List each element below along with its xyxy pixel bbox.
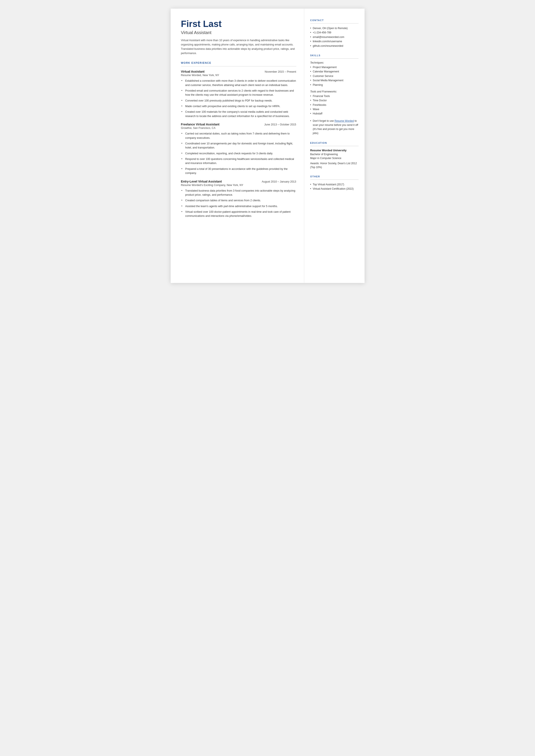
tools-label: Tools and Frameworks: [310, 90, 358, 93]
contact-linkedin: linkedin.com/in/username [310, 39, 358, 43]
job-dates-3: August 2010 – January 2013 [262, 180, 296, 183]
note-prefix: Don't forget to use [313, 119, 335, 123]
bullet-3-3: Assisted the team's agents with part-tim… [181, 204, 296, 209]
bullet-3-1: Translated business data priorities from… [181, 189, 296, 197]
job-dates-1: November 2015 – Present [265, 70, 296, 73]
skill-social-media: Social Media Management [310, 78, 358, 83]
bullet-2-3: Completed reconciliation, reporting, and… [181, 152, 296, 155]
job-title-2: Freelance Virtual Assistant [181, 123, 219, 126]
contact-email: email@resumeworded.com [310, 35, 358, 39]
contact-location: Denver, OH (Open to Remote) [310, 26, 358, 30]
resume-worded-link[interactable]: Resume Worded [335, 119, 354, 123]
full-name: First Last [181, 19, 296, 29]
bullet-2-5: Prepared a total of 30 presentations in … [181, 167, 296, 176]
contact-phone: +1-234-456-789 [310, 30, 358, 35]
job-dates-2: June 2013 – October 2015 [264, 123, 296, 126]
job-company-1: Resume Worded, New York, NY [181, 74, 296, 77]
bullet-1-3: Converted over 100 previously published … [181, 99, 296, 103]
edu-awards: Awards: Honor Society, Dean's List 2012 … [310, 161, 358, 169]
edu-school: Resume Worded University [310, 149, 358, 152]
education-section: EDUCATION Resume Worded University Bache… [310, 142, 358, 169]
contact-list: Denver, OH (Open to Remote) +1-234-456-7… [310, 26, 358, 48]
contact-github: github.com/resumeworded [310, 44, 358, 48]
skill-wave: Wave [310, 107, 358, 111]
education-divider [310, 146, 358, 146]
job-bullets-2: Carried out secretarial duties, such as … [181, 132, 296, 175]
tools-list: Financial Tools Time Doctor Freshbooks W… [310, 94, 358, 116]
job-title-3: Entry-Level Virtual Assistant [181, 180, 222, 183]
job-bullets-1: Established a connection with more than … [181, 79, 296, 118]
techniques-list: Project Management Calendar Management C… [310, 65, 358, 87]
education-title: EDUCATION [310, 142, 358, 144]
summary: Virtual Assistant with more than 10 year… [181, 38, 296, 55]
other-item-1: Top Virtual Assistant (2017) [310, 182, 358, 187]
skill-freshbooks: Freshbooks [310, 103, 358, 107]
other-item-2: Virtual Assistant Certification (2022) [310, 187, 358, 191]
resume-worded-note: Don't forget to use Resume Worded to sca… [310, 119, 358, 136]
skill-hubstaff: Hubstaff [310, 111, 358, 116]
skills-title: SKILLS [310, 54, 358, 57]
skill-customer-service: Customer Service [310, 74, 358, 78]
right-column: CONTACT Denver, OH (Open to Remote) +1-2… [304, 9, 365, 283]
left-column: First Last Virtual Assistant Virtual Ass… [171, 9, 304, 283]
techniques-label: Techniques: [310, 61, 358, 64]
job-bullets-3: Translated business data priorities from… [181, 189, 296, 218]
name-block: First Last Virtual Assistant Virtual Ass… [181, 19, 296, 55]
bullet-2-2: Coordinated over 10 arrangements per day… [181, 142, 296, 150]
edu-degree-text: Bachelor of Engineering [310, 153, 338, 156]
job-company-3: Resume Worded's Exciting Company, New Yo… [181, 183, 296, 187]
skill-financial-tools: Financial Tools [310, 94, 358, 98]
resume-page: First Last Virtual Assistant Virtual Ass… [171, 9, 365, 283]
skill-time-doctor: Time Doctor [310, 98, 358, 102]
other-title: OTHER [310, 175, 358, 178]
bullet-3-4: Virtual scribed over 100 doctor-patient … [181, 210, 296, 218]
bullet-1-1: Established a connection with more than … [181, 79, 296, 87]
skill-planning: Planning [310, 83, 358, 87]
job-block-2: Freelance Virtual Assistant June 2013 – … [181, 123, 296, 175]
bullet-1-5: Created over 100 materials for the compa… [181, 110, 296, 118]
other-section: OTHER Top Virtual Assistant (2017) Virtu… [310, 175, 358, 191]
bullet-2-1: Carried out secretarial duties, such as … [181, 132, 296, 140]
skill-calendar-mgmt: Calendar Management [310, 70, 358, 74]
other-divider [310, 180, 358, 180]
job-company-2: Growthsi, San Francisco, CA [181, 126, 296, 129]
edu-block: Resume Worded University Bachelor of Eng… [310, 149, 358, 169]
edu-degree: Bachelor of Engineering Major in Compute… [310, 153, 358, 160]
work-experience-section: WORK EXPERIENCE Virtual Assistant Novemb… [181, 61, 296, 218]
job-block-3: Entry-Level Virtual Assistant August 201… [181, 180, 296, 218]
job-header-1: Virtual Assistant November 2015 – Presen… [181, 70, 296, 73]
bullet-3-2: Created comparison tables of items and s… [181, 199, 296, 203]
contact-section: CONTACT Denver, OH (Open to Remote) +1-2… [310, 19, 358, 48]
job-title: Virtual Assistant [181, 30, 296, 35]
bullet-1-4: Made contact with prospective and existi… [181, 104, 296, 108]
job-header-2: Freelance Virtual Assistant June 2013 – … [181, 123, 296, 126]
skills-divider [310, 58, 358, 59]
contact-title: CONTACT [310, 19, 358, 21]
skill-project-mgmt: Project Management [310, 65, 358, 70]
job-block-1: Virtual Assistant November 2015 – Presen… [181, 70, 296, 118]
work-experience-title: WORK EXPERIENCE [181, 61, 296, 65]
skills-section: SKILLS Techniques: Project Management Ca… [310, 54, 358, 136]
bullet-1-2: Provided email and communication service… [181, 89, 296, 97]
other-list: Top Virtual Assistant (2017) Virtual Ass… [310, 182, 358, 191]
job-header-3: Entry-Level Virtual Assistant August 201… [181, 180, 296, 183]
bullet-2-4: Respond to over 100 questions concerning… [181, 157, 296, 165]
job-title-1: Virtual Assistant [181, 70, 205, 73]
edu-major: Major in Computer Science [310, 157, 342, 160]
